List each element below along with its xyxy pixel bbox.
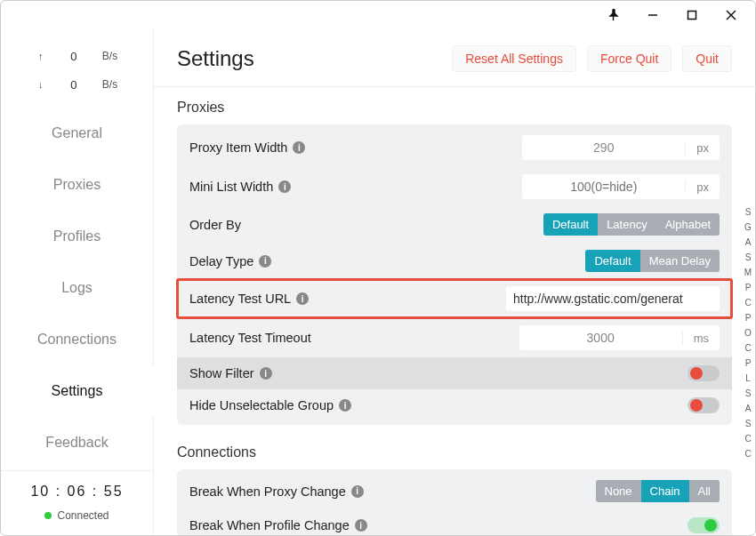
- order-by-alphabet[interactable]: Alphabet: [656, 213, 720, 236]
- row-latency-timeout: Latency Test Timeout ms: [177, 318, 732, 357]
- break-profile-toggle[interactable]: [688, 517, 720, 533]
- connection-status: Connected: [44, 509, 109, 522]
- download-speed: ↓ 0 B/s: [1, 70, 153, 99]
- letter-index-item[interactable]: M: [744, 268, 752, 277]
- pin-icon[interactable]: [606, 7, 622, 23]
- show-filter-toggle[interactable]: [688, 365, 720, 381]
- letter-index-item[interactable]: S: [744, 419, 752, 428]
- row-break-proxy: Break When Proxy Changei None Chain All: [177, 473, 732, 509]
- letter-index-item[interactable]: S: [744, 207, 752, 217]
- download-value: 0: [65, 78, 83, 92]
- delay-type-default[interactable]: Default: [585, 250, 639, 272]
- row-hide-unselectable: Hide Unselectable Groupi: [177, 389, 732, 421]
- connections-panel: Break When Proxy Changei None Chain All …: [177, 469, 732, 535]
- section-connections-title: Connections: [177, 444, 732, 460]
- label-latency-url: Latency Test URL: [189, 292, 291, 306]
- minimize-icon[interactable]: [645, 7, 661, 23]
- row-proxy-item-width: Proxy Item Widthi px: [177, 128, 732, 167]
- speed-panel: ↑ 0 B/s ↓ 0 B/s: [1, 29, 153, 108]
- latency-timeout-input-wrap: ms: [519, 325, 720, 350]
- label-proxy-item-width: Proxy Item Width: [189, 140, 287, 155]
- letter-index-item[interactable]: C: [744, 343, 752, 353]
- letter-index-item[interactable]: O: [744, 328, 752, 338]
- latency-url-input[interactable]: [506, 292, 720, 306]
- break-proxy-chain[interactable]: Chain: [641, 480, 689, 502]
- break-proxy-segment: None Chain All: [596, 480, 720, 502]
- proxy-item-width-input[interactable]: [522, 140, 685, 155]
- nav: General Proxies Profiles Logs Connection…: [1, 108, 153, 470]
- section-proxies-title: Proxies: [177, 100, 732, 116]
- upload-speed: ↑ 0 B/s: [1, 42, 153, 70]
- hide-unselectable-toggle[interactable]: [688, 397, 720, 413]
- break-proxy-none[interactable]: None: [596, 480, 641, 502]
- letter-index-item[interactable]: P: [744, 358, 752, 368]
- clock: 10 : 06 : 55: [1, 484, 153, 500]
- download-unit: B/s: [102, 78, 117, 91]
- letter-index-item[interactable]: P: [744, 313, 752, 323]
- info-icon[interactable]: i: [278, 180, 291, 193]
- letter-index-item[interactable]: L: [744, 373, 752, 383]
- delay-type-segment: Default Mean Delay: [585, 250, 720, 272]
- nav-connections[interactable]: Connections: [1, 314, 153, 365]
- row-show-filter: Show Filteri: [177, 357, 732, 389]
- nav-profiles[interactable]: Profiles: [1, 211, 153, 262]
- close-icon[interactable]: [723, 7, 739, 23]
- mini-list-width-input[interactable]: [522, 180, 685, 194]
- arrow-down-icon: ↓: [36, 79, 45, 90]
- letter-index-item[interactable]: A: [744, 237, 752, 247]
- break-proxy-all[interactable]: All: [689, 480, 720, 502]
- content[interactable]: Proxies Proxy Item Widthi px Mini List W…: [154, 87, 755, 535]
- row-mini-list-width: Mini List Widthi px: [177, 167, 732, 206]
- latency-url-input-wrap: [506, 286, 720, 311]
- letter-index-item[interactable]: C: [744, 449, 752, 459]
- sidebar: ↑ 0 B/s ↓ 0 B/s General Proxies Profiles…: [1, 29, 154, 535]
- label-break-proxy: Break When Proxy Change: [189, 484, 346, 499]
- proxy-item-width-unit: px: [685, 141, 720, 155]
- order-by-default[interactable]: Default: [543, 213, 598, 236]
- nav-logs[interactable]: Logs: [1, 262, 153, 314]
- app-window: ↑ 0 B/s ↓ 0 B/s General Proxies Profiles…: [0, 0, 756, 536]
- proxies-panel: Proxy Item Widthi px Mini List Widthi px: [177, 124, 732, 425]
- status-text: Connected: [57, 509, 109, 522]
- status-panel: 10 : 06 : 55 Connected: [1, 470, 153, 535]
- label-order-by: Order By: [189, 218, 241, 232]
- order-by-segment: Default Latency Alphabet: [543, 213, 720, 236]
- info-icon[interactable]: i: [296, 292, 309, 305]
- info-icon[interactable]: i: [339, 399, 351, 412]
- force-quit-button[interactable]: Force Quit: [587, 45, 672, 72]
- header: Settings Reset All Settings Force Quit Q…: [154, 29, 755, 87]
- letter-index-item[interactable]: S: [744, 252, 752, 262]
- quit-button[interactable]: Quit: [682, 45, 732, 72]
- nav-settings[interactable]: Settings: [1, 365, 153, 417]
- label-mini-list-width: Mini List Width: [189, 180, 273, 194]
- mini-list-width-unit: px: [685, 180, 720, 194]
- nav-general[interactable]: General: [1, 108, 153, 159]
- letter-index-item[interactable]: C: [744, 434, 752, 444]
- latency-timeout-input[interactable]: [519, 331, 682, 345]
- maximize-icon[interactable]: [684, 7, 700, 23]
- info-icon[interactable]: i: [351, 485, 364, 498]
- order-by-latency[interactable]: Latency: [598, 213, 656, 236]
- info-icon[interactable]: i: [293, 141, 305, 154]
- label-hide-unselectable: Hide Unselectable Group: [189, 398, 334, 412]
- svg-rect-1: [688, 12, 696, 20]
- letter-index-item[interactable]: C: [744, 298, 752, 308]
- titlebar: [1, 1, 755, 29]
- info-icon[interactable]: i: [355, 519, 367, 532]
- nav-proxies[interactable]: Proxies: [1, 159, 153, 211]
- row-delay-type: Delay Typei Default Mean Delay: [177, 243, 732, 279]
- label-break-profile: Break When Profile Change: [189, 518, 350, 532]
- letter-index-item[interactable]: S: [744, 388, 752, 398]
- proxy-item-width-input-wrap: px: [522, 135, 720, 160]
- reset-button[interactable]: Reset All Settings: [452, 45, 576, 72]
- letter-index-item[interactable]: G: [744, 222, 752, 232]
- delay-type-mean[interactable]: Mean Delay: [640, 250, 720, 272]
- info-icon[interactable]: i: [259, 255, 271, 268]
- label-latency-timeout: Latency Test Timeout: [189, 331, 311, 345]
- row-order-by: Order By Default Latency Alphabet: [177, 206, 732, 243]
- nav-feedback[interactable]: Feedback: [1, 417, 153, 468]
- letter-index-item[interactable]: A: [744, 404, 752, 413]
- info-icon[interactable]: i: [260, 367, 272, 380]
- header-actions: Reset All Settings Force Quit Quit: [452, 45, 732, 72]
- letter-index-item[interactable]: P: [744, 283, 752, 292]
